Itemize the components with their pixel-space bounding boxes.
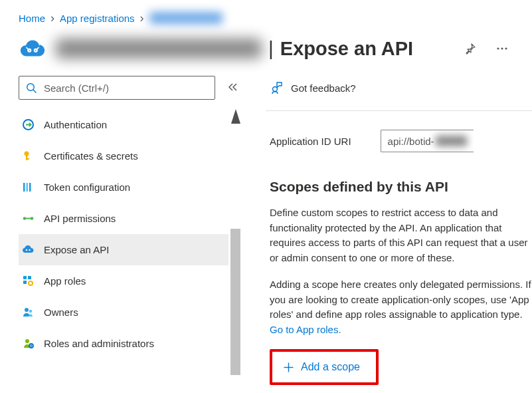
roles-icon xyxy=(21,337,35,350)
authentication-icon xyxy=(21,118,35,132)
sidebar-item-label: Certificates & secrets xyxy=(44,150,138,162)
cloud-app-icon xyxy=(19,35,46,63)
go-to-app-roles-link[interactable]: Go to App roles. xyxy=(270,324,341,335)
svg-point-25 xyxy=(25,308,29,312)
sidebar-item-roles-admins[interactable]: Roles and administrators xyxy=(19,328,228,359)
app-id-uri-label: Application ID URI xyxy=(270,136,351,147)
app-id-uri-row: Application ID URI api://botid- xyxy=(270,130,532,152)
search-input-wrapper[interactable] xyxy=(19,76,215,100)
token-icon xyxy=(21,181,35,194)
svg-point-20 xyxy=(29,249,30,251)
chevron-right-icon: › xyxy=(50,12,54,24)
svg-point-7 xyxy=(27,83,35,90)
svg-rect-14 xyxy=(26,183,28,192)
sidebar-item-label: Owners xyxy=(44,307,78,318)
svg-line-8 xyxy=(33,90,37,93)
feedback-icon xyxy=(270,81,283,94)
cloud-gear-icon xyxy=(21,243,35,257)
pin-icon xyxy=(464,43,476,55)
sidebar-item-label: App roles xyxy=(44,275,86,287)
pin-button[interactable] xyxy=(459,37,482,60)
breadcrumb-home[interactable]: Home xyxy=(19,13,45,24)
sidebar-item-api-permissions[interactable]: API permissions xyxy=(19,203,228,234)
sidebar-item-authentication[interactable]: Authentication xyxy=(19,109,228,140)
plus-icon xyxy=(283,362,294,373)
svg-rect-12 xyxy=(26,158,29,160)
scopes-heading: Scopes defined by this API xyxy=(270,179,532,195)
feedback-link[interactable]: Got feedback? xyxy=(270,77,532,98)
sidebar-item-label: Roles and administrators xyxy=(44,338,154,349)
scopes-description-1: Define custom scopes to restrict access … xyxy=(270,205,532,265)
sidebar-item-token-config[interactable]: Token configuration xyxy=(19,172,228,203)
key-icon xyxy=(21,150,35,163)
feedback-label: Got feedback? xyxy=(291,82,356,94)
chevron-double-left-icon xyxy=(227,82,238,92)
app-id-uri-redacted xyxy=(436,136,467,146)
page-title: Expose an API xyxy=(280,38,413,60)
add-scope-button[interactable]: Add a scope xyxy=(274,353,375,381)
svg-point-17 xyxy=(30,217,33,220)
svg-point-19 xyxy=(25,249,27,251)
app-id-uri-value: api://botid- xyxy=(388,136,434,147)
scopes-description-2: Adding a scope here creates only delegat… xyxy=(270,277,532,337)
collapse-sidebar-button[interactable] xyxy=(224,79,240,97)
app-roles-icon xyxy=(21,275,35,288)
breadcrumb: Home › App registrations › xyxy=(0,0,532,31)
app-id-uri-input[interactable]: api://botid- xyxy=(381,130,474,152)
svg-point-4 xyxy=(497,47,499,49)
sidebar-item-label: Authentication xyxy=(44,119,107,130)
more-icon xyxy=(495,42,509,55)
svg-point-27 xyxy=(25,339,29,343)
search-icon xyxy=(26,82,37,94)
sidebar-item-expose-api[interactable]: Expose an API xyxy=(19,234,228,265)
sidebar-item-label: API permissions xyxy=(44,213,116,224)
svg-point-26 xyxy=(29,310,31,313)
sidebar-item-certificates[interactable]: Certificates & secrets xyxy=(19,140,228,172)
divider xyxy=(266,110,532,111)
svg-point-16 xyxy=(23,217,26,220)
more-button[interactable] xyxy=(491,37,513,60)
highlight-box: Add a scope xyxy=(270,349,379,385)
sidebar-item-app-roles[interactable]: App roles xyxy=(19,265,228,297)
sidebar: Authentication Certificates & secrets To… xyxy=(0,76,240,385)
chevron-right-icon: › xyxy=(140,12,144,24)
title-divider: | xyxy=(268,37,274,60)
sidebar-item-label: Token configuration xyxy=(44,182,130,193)
svg-point-24 xyxy=(29,281,33,285)
main-content: Got feedback? Application ID URI api://b… xyxy=(240,76,532,385)
breadcrumb-app-registrations[interactable]: App registrations xyxy=(60,13,135,24)
search-input[interactable] xyxy=(43,82,208,94)
page-header: | Expose an API xyxy=(0,31,532,76)
sidebar-item-label: Expose an API xyxy=(44,244,109,255)
svg-rect-15 xyxy=(29,183,31,192)
breadcrumb-app-name-redacted[interactable] xyxy=(149,12,222,24)
svg-point-6 xyxy=(505,47,507,49)
svg-rect-22 xyxy=(28,276,31,279)
sidebar-nav: Authentication Certificates & secrets To… xyxy=(19,109,240,359)
scrollbar-thumb[interactable] xyxy=(230,229,240,375)
api-permissions-icon xyxy=(21,212,35,225)
app-name-redacted xyxy=(56,39,262,59)
svg-rect-21 xyxy=(23,276,27,279)
add-scope-label: Add a scope xyxy=(301,361,360,373)
owners-icon xyxy=(21,306,35,319)
svg-point-5 xyxy=(501,47,503,49)
svg-rect-13 xyxy=(23,183,25,192)
svg-rect-23 xyxy=(23,281,27,284)
sidebar-item-owners[interactable]: Owners xyxy=(19,297,228,328)
